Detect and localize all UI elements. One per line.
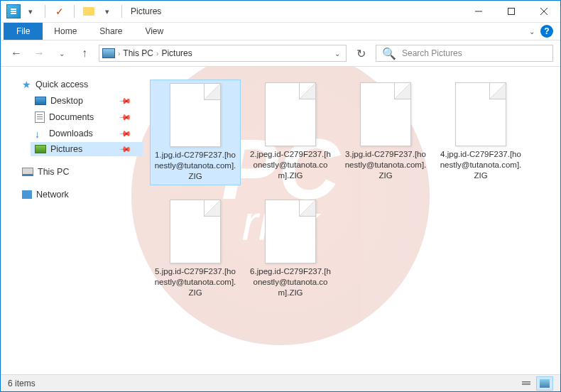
- file-tab[interactable]: File: [4, 23, 43, 40]
- sidebar-label: Pictures: [50, 144, 82, 154]
- recent-dropdown[interactable]: ⌄: [53, 45, 70, 62]
- chevron-right-icon: ›: [156, 50, 158, 58]
- qat-properties[interactable]: ✓: [51, 4, 68, 19]
- pc-icon: [22, 168, 33, 176]
- file-name: 1.jpg.id-C279F237.[honestly@tutanota.com…: [153, 150, 237, 182]
- explorer-icon: [6, 4, 21, 18]
- sidebar-label: Documents: [49, 112, 94, 122]
- address-dropdown[interactable]: ⌄: [332, 50, 343, 58]
- sidebar-item-documents[interactable]: Documents 📌: [31, 109, 143, 125]
- search-placeholder: Search Pictures: [402, 48, 462, 58]
- file-thumb-icon: [455, 82, 506, 146]
- sidebar: ★ Quick access Desktop 📌 Documents 📌 Dow…: [1, 67, 143, 374]
- qat-dropdown[interactable]: ▾: [22, 4, 39, 19]
- file-name: 5.jpg.id-C279F237.[honestly@tutanota.com…: [153, 266, 238, 298]
- addressbar: ← → ⌄ ↑ › This PC › Pictures ⌄ ↻ 🔍 Searc…: [1, 40, 560, 67]
- pin-icon: 📌: [118, 142, 131, 156]
- back-button[interactable]: ←: [8, 45, 25, 62]
- ribbon: File Home Share View ⌄ ?: [1, 23, 560, 40]
- file-thumb-icon: [170, 200, 221, 263]
- view-details-button[interactable]: [518, 376, 535, 391]
- file-list[interactable]: 1.jpg.id-C279F237.[honestly@tutanota.com…: [143, 67, 560, 374]
- qat-newfolder[interactable]: [80, 4, 97, 19]
- sidebar-label: Desktop: [50, 96, 83, 106]
- file-item[interactable]: 2.jpeg.id-C279F237.[honestly@tutanota.co…: [245, 80, 336, 185]
- pictures-icon: [35, 145, 46, 153]
- large-icons-icon: [540, 379, 550, 388]
- sidebar-label: Network: [36, 190, 69, 200]
- minimize-button[interactable]: [462, 1, 495, 22]
- sidebar-item-desktop[interactable]: Desktop 📌: [31, 94, 143, 108]
- file-item[interactable]: 6.jpeg.id-C279F237.[honestly@tutanota.co…: [245, 197, 336, 301]
- pin-icon: 📌: [118, 110, 131, 124]
- sidebar-item-pictures[interactable]: Pictures 📌: [31, 142, 143, 156]
- search-input[interactable]: 🔍 Search Pictures: [376, 45, 553, 62]
- downloads-icon: [35, 129, 45, 138]
- pin-icon: 📌: [118, 94, 131, 107]
- ribbon-expand-icon[interactable]: ⌄: [529, 28, 535, 36]
- file-name: 4.jpg.id-C279F237.[honestly@tutanota.com…: [438, 149, 523, 181]
- file-item[interactable]: 4.jpg.id-C279F237.[honestly@tutanota.com…: [435, 80, 526, 185]
- sidebar-network[interactable]: Network: [18, 187, 143, 202]
- refresh-button[interactable]: ↻: [352, 47, 370, 60]
- file-thumb-icon: [360, 82, 411, 146]
- view-large-button[interactable]: [536, 376, 553, 391]
- pin-icon: 📌: [118, 126, 131, 140]
- file-name: 6.jpeg.id-C279F237.[honestly@tutanota.co…: [248, 266, 333, 298]
- up-button[interactable]: ↑: [76, 45, 93, 62]
- sidebar-label: Quick access: [36, 80, 88, 89]
- forward-button[interactable]: →: [31, 45, 48, 62]
- file-name: 2.jpeg.id-C279F237.[honestly@tutanota.co…: [248, 149, 333, 181]
- tab-share[interactable]: Share: [88, 23, 134, 39]
- network-icon: [22, 190, 32, 199]
- location-icon: [102, 48, 115, 58]
- sidebar-this-pc[interactable]: This PC: [18, 165, 143, 179]
- breadcrumb-segment[interactable]: Pictures: [161, 48, 192, 58]
- breadcrumb-segment[interactable]: This PC: [123, 48, 153, 58]
- file-thumb-icon: [265, 82, 316, 146]
- file-thumb-icon: [170, 83, 221, 147]
- svg-rect-1: [508, 9, 515, 15]
- qat-customize[interactable]: ▾: [99, 4, 116, 19]
- file-thumb-icon: [265, 200, 316, 263]
- sidebar-label: Downloads: [49, 129, 93, 138]
- statusbar: 6 items: [1, 374, 560, 391]
- documents-icon: [35, 111, 45, 123]
- search-icon: 🔍: [382, 47, 396, 60]
- desktop-icon: [35, 97, 46, 105]
- file-item[interactable]: 5.jpg.id-C279F237.[honestly@tutanota.com…: [150, 197, 241, 301]
- maximize-button[interactable]: [495, 1, 528, 22]
- address-box[interactable]: › This PC › Pictures ⌄: [99, 45, 347, 62]
- file-name: 3.jpg.id-C279F237.[honestly@tutanota.com…: [343, 149, 428, 181]
- file-item[interactable]: 1.jpg.id-C279F237.[honestly@tutanota.com…: [150, 80, 241, 185]
- sidebar-quick-access[interactable]: ★ Quick access: [18, 77, 143, 92]
- file-item[interactable]: 3.jpg.id-C279F237.[honestly@tutanota.com…: [340, 80, 431, 185]
- tab-home[interactable]: Home: [43, 23, 88, 39]
- sidebar-label: This PC: [38, 167, 69, 177]
- close-button[interactable]: [528, 1, 560, 22]
- window-title: Pictures: [131, 6, 161, 16]
- star-icon: ★: [22, 79, 31, 90]
- chevron-right-icon: ›: [118, 50, 120, 58]
- help-icon[interactable]: ?: [540, 25, 553, 38]
- details-icon: [522, 381, 530, 385]
- sidebar-item-downloads[interactable]: Downloads 📌: [31, 126, 143, 141]
- tab-view[interactable]: View: [134, 23, 175, 39]
- titlebar: ▾ ✓ ▾ Pictures: [1, 1, 560, 23]
- status-text: 6 items: [8, 379, 36, 388]
